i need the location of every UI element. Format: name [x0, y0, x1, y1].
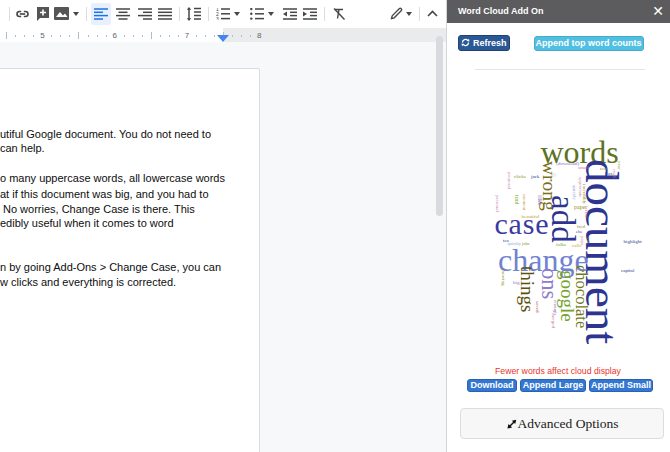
svg-text:3: 3 — [216, 16, 219, 20]
